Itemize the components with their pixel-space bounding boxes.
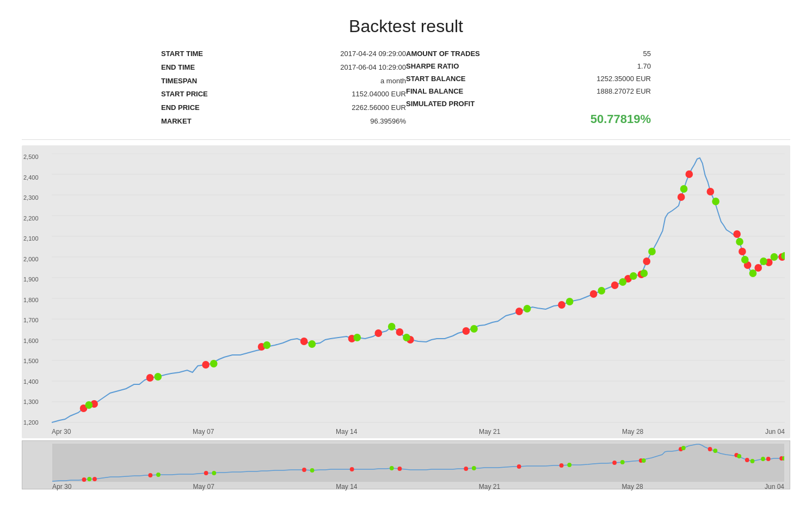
y-label: 1,400	[23, 378, 39, 385]
svg-point-38	[472, 466, 476, 470]
x-label: May 14	[336, 428, 357, 436]
stat-value-market: 96.39596%	[275, 115, 406, 128]
sell-dot	[619, 278, 626, 286]
svg-point-31	[766, 457, 771, 461]
sell-dot	[308, 340, 316, 348]
sell-dot	[470, 325, 478, 333]
stat-value-profit: 50.77819%	[549, 110, 651, 128]
main-chart-area: 2,500 2,400 2,300 2,200 2,100 2,000 1,90…	[52, 154, 785, 426]
mini-chart-container: Apr 30 May 07 May 14 May 21 May 28 Jun 0…	[22, 440, 790, 489]
mini-x-axis: Apr 30 May 07 May 14 May 21 May 28 Jun 0…	[52, 482, 784, 491]
sell-dot	[741, 256, 749, 263]
stat-value-start-time: 2017-04-24 09:29:00	[275, 47, 406, 61]
main-chart-svg	[52, 154, 785, 426]
stats-right: AMOUNT OF TRADES 55 SHARPE RATIO 1.70 ST…	[406, 47, 651, 128]
y-label: 2,100	[23, 235, 39, 242]
svg-point-42	[681, 446, 686, 450]
svg-point-25	[612, 461, 617, 465]
svg-point-35	[212, 471, 216, 475]
buy-dot	[739, 248, 746, 255]
y-label: 1,500	[23, 358, 39, 364]
svg-point-36	[310, 468, 315, 473]
buy-dot	[754, 264, 762, 272]
buy-dot	[396, 328, 404, 336]
svg-point-18	[204, 471, 208, 475]
buy-dot	[374, 329, 382, 337]
stat-label-timespan: TIMESPAN	[161, 75, 275, 88]
sell-dot	[712, 198, 719, 205]
sell-dot	[566, 298, 574, 305]
page-title: Backtest result	[22, 16, 790, 36]
stat-row: START PRICE 1152.04000 EUR	[161, 88, 406, 101]
stat-row: 50.77819%	[406, 110, 651, 128]
svg-point-17	[148, 473, 152, 477]
svg-point-34	[156, 473, 161, 477]
mini-chart-area	[52, 444, 784, 482]
stat-value-end-time: 2017-06-04 10:29:00	[275, 61, 406, 75]
stat-label-sharpe: SHARPE RATIO	[406, 60, 549, 72]
stat-row: START TIME 2017-04-24 09:29:00	[161, 47, 406, 61]
buy-dot	[733, 230, 741, 238]
svg-point-44	[737, 454, 741, 458]
svg-point-30	[745, 458, 749, 462]
y-label: 2,400	[23, 174, 39, 181]
sell-dot	[680, 185, 688, 193]
stat-row: AMOUNT OF TRADES 55	[406, 47, 651, 60]
svg-point-21	[397, 467, 402, 471]
svg-point-24	[559, 463, 564, 468]
stat-label-final-balance: FINAL BALANCE	[406, 85, 549, 97]
buy-dot	[643, 258, 650, 265]
x-label: May 07	[193, 428, 214, 436]
sell-dot	[749, 269, 757, 277]
sell-dot	[630, 272, 637, 280]
sell-dot	[641, 269, 648, 277]
stat-label-start-balance: START BALANCE	[406, 72, 549, 85]
price-line	[52, 158, 785, 422]
sell-dot	[154, 373, 162, 381]
svg-point-19	[302, 468, 306, 472]
buy-dot	[558, 301, 565, 309]
sell-dot	[85, 401, 93, 409]
buy-dot	[515, 308, 523, 315]
buy-dot	[611, 281, 619, 289]
stat-label-end-price: END PRICE	[161, 101, 275, 115]
stat-row: MARKET 96.39596%	[161, 115, 406, 128]
divider	[22, 139, 790, 140]
y-label: 1,700	[23, 317, 39, 323]
stat-value-sharpe: 1.70	[549, 60, 651, 72]
buy-dot	[707, 188, 715, 195]
stat-label-market: MARKET	[161, 115, 275, 128]
stat-value-start-balance: 1252.35000 EUR	[549, 72, 651, 85]
stat-label-profit-empty	[406, 110, 549, 128]
svg-rect-14	[52, 444, 784, 482]
buy-dot	[463, 327, 470, 335]
svg-point-33	[87, 477, 91, 481]
stat-row: END PRICE 2262.56000 EUR	[161, 101, 406, 115]
y-label: 1,300	[23, 398, 39, 405]
mini-x-label: May 07	[193, 483, 214, 491]
svg-point-45	[751, 459, 755, 463]
y-axis-labels: 2,500 2,400 2,300 2,200 2,100 2,000 1,90…	[23, 154, 39, 426]
y-label: 1,900	[23, 276, 39, 283]
sell-dot	[388, 323, 396, 330]
stat-label-sim-profit: SIMULATED PROFIT	[406, 97, 549, 110]
svg-point-41	[642, 458, 646, 463]
x-label: May 28	[622, 428, 643, 436]
y-label: 1,200	[23, 419, 39, 426]
svg-point-28	[708, 447, 712, 451]
buy-dot	[146, 374, 154, 382]
stat-row: FINAL BALANCE 1888.27072 EUR	[406, 85, 651, 97]
svg-point-15	[82, 477, 87, 482]
svg-point-40	[620, 460, 625, 464]
stat-value-start-price: 1152.04000 EUR	[275, 88, 406, 101]
y-label: 1,800	[23, 297, 39, 303]
stat-row: SHARPE RATIO 1.70	[406, 60, 651, 72]
sell-dot	[771, 253, 778, 261]
stats-left: START TIME 2017-04-24 09:29:00 END TIME …	[161, 47, 406, 128]
svg-point-20	[350, 467, 354, 471]
y-label: 2,300	[23, 194, 39, 201]
mini-x-label: Apr 30	[52, 483, 71, 491]
buy-dot	[685, 170, 693, 178]
buy-dot	[590, 290, 598, 298]
y-label: 2,200	[23, 215, 39, 222]
